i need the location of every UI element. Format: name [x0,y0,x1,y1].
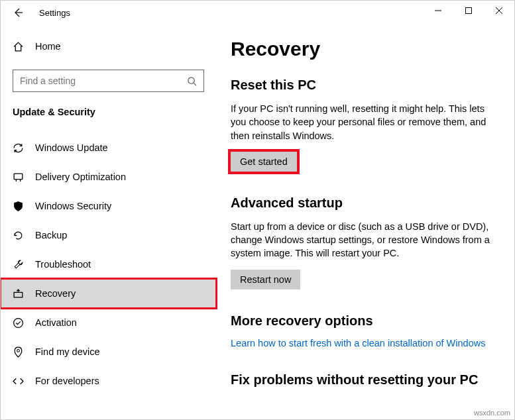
svg-point-11 [14,318,23,327]
svg-rect-7 [14,174,23,180]
title-bar: Settings [1,1,514,25]
sidebar-item-label: Windows Security [35,201,111,211]
sidebar-item-label: Delivery Optimization [35,172,126,182]
recovery-icon [13,288,35,299]
sidebar-item-label: Troubleshoot [35,259,91,270]
fix-section: Fix problems without resetting your PC [231,372,500,388]
page-title: Recovery [231,38,500,60]
sync-icon [13,142,35,154]
advanced-title: Advanced startup [231,195,500,211]
sidebar-item-windows-security[interactable]: Windows Security [1,191,216,221]
reset-section: Reset this PC If your PC isn't running w… [231,78,500,172]
svg-rect-10 [14,292,23,297]
get-started-button[interactable]: Get started [231,152,297,172]
wrench-icon [13,259,35,270]
sidebar: Home Update & Security Windows Update De… [1,25,216,419]
sidebar-item-find-my-device[interactable]: Find my device [1,337,216,366]
shield-icon [13,201,35,212]
sidebar-item-label: For developers [35,376,99,386]
minimize-button[interactable] [423,1,453,21]
sidebar-item-delivery-optimization[interactable]: Delivery Optimization [1,162,216,191]
svg-rect-2 [466,8,472,14]
sidebar-item-label: Backup [35,230,67,240]
content-pane: Recovery Reset this PC If your PC isn't … [216,25,514,419]
more-title: More recovery options [231,313,500,329]
location-icon [13,346,35,358]
reset-desc: If your PC isn't running well, resetting… [231,102,500,142]
check-circle-icon [13,317,35,329]
restart-now-button[interactable]: Restart now [231,270,300,289]
sidebar-item-label: Recovery [35,288,76,299]
search-input[interactable] [13,70,204,92]
sidebar-item-for-developers[interactable]: For developers [1,366,216,395]
advanced-section: Advanced startup Start up from a device … [231,195,500,289]
window-title: Settings [39,8,70,18]
backup-icon [13,230,35,241]
home-label: Home [35,41,61,52]
svg-point-5 [188,77,194,83]
home-nav[interactable]: Home [1,34,216,59]
sidebar-item-label: Windows Update [35,142,108,153]
advanced-desc: Start up from a device or disc (such as … [231,220,500,260]
svg-line-6 [194,83,196,85]
back-button[interactable] [13,7,32,18]
search-field[interactable] [20,76,187,86]
sidebar-item-activation[interactable]: Activation [1,308,216,337]
delivery-icon [13,172,35,183]
fresh-install-link[interactable]: Learn how to start fresh with a clean in… [231,338,500,348]
fix-title: Fix problems without resetting your PC [231,372,500,388]
code-icon [13,376,35,387]
more-section: More recovery options Learn how to start… [231,313,500,348]
search-icon [187,76,197,86]
sidebar-item-recovery[interactable]: Recovery [1,279,216,308]
sidebar-item-troubleshoot[interactable]: Troubleshoot [1,250,216,279]
sidebar-item-label: Find my device [35,346,100,357]
watermark: wsxdn.com [474,409,510,417]
close-button[interactable] [484,1,514,21]
sidebar-item-label: Activation [35,317,77,328]
sidebar-item-windows-update[interactable]: Windows Update [1,133,216,162]
nav-group-title: Update & Security [13,107,204,117]
svg-point-12 [17,349,20,352]
reset-title: Reset this PC [231,78,500,93]
sidebar-item-backup[interactable]: Backup [1,221,216,250]
home-icon [13,41,35,52]
maximize-button[interactable] [453,1,484,21]
